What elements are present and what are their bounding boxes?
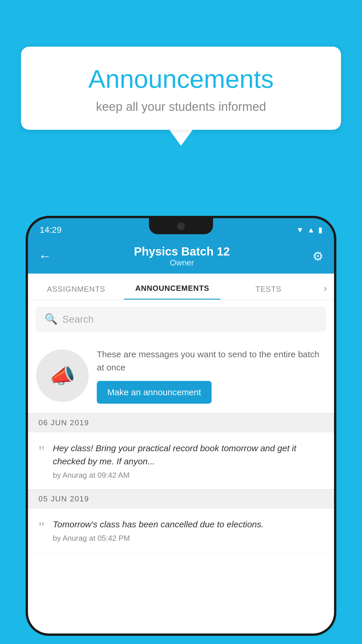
speech-bubble-subtitle: keep all your students informed — [44, 100, 318, 114]
date-separator-2: 05 JUN 2019 — [28, 489, 334, 508]
search-placeholder: Search — [62, 314, 94, 325]
megaphone-icon: 📣 — [49, 363, 75, 388]
signal-icon: ▲ — [307, 225, 315, 235]
date-separator-1: 06 JUN 2019 — [28, 413, 334, 432]
status-time: 14:29 — [40, 225, 61, 235]
speech-bubble-title: Announcements — [44, 64, 318, 94]
announcement-promo: 📣 These are messages you want to send to… — [28, 338, 334, 413]
announcement-text-2: Tomorrow's class has been cancelled due … — [53, 518, 263, 531]
announcement-item-2[interactable]: " Tomorrow's class has been cancelled du… — [28, 508, 334, 552]
header-subtitle: Owner — [134, 258, 230, 267]
announcement-content-2: Tomorrow's class has been cancelled due … — [53, 518, 263, 543]
search-bar[interactable]: 🔍 Search — [36, 307, 326, 331]
phone-notch — [149, 218, 213, 234]
make-announcement-button[interactable]: Make an announcement — [97, 381, 212, 404]
tab-tests[interactable]: TESTS — [220, 285, 317, 300]
tab-assignments[interactable]: ASSIGNMENTS — [28, 285, 124, 300]
settings-button[interactable]: ⚙ — [312, 249, 324, 263]
volume-up-button — [26, 288, 27, 309]
phone-frame: 14:29 ▼ ▲ ▮ ← Physics Batch 12 Owner ⚙ A… — [26, 216, 336, 636]
volume-buttons — [26, 288, 27, 341]
tab-announcements[interactable]: ANNOUNCEMENTS — [124, 284, 220, 300]
announcement-content-1: Hey class! Bring your practical record b… — [53, 442, 324, 480]
promo-right: These are messages you want to send to t… — [97, 348, 326, 404]
app-header: ← Physics Batch 12 Owner ⚙ — [28, 239, 334, 274]
phone-container: 14:29 ▼ ▲ ▮ ← Physics Batch 12 Owner ⚙ A… — [26, 216, 336, 644]
speech-bubble: Announcements keep all your students inf… — [21, 47, 341, 130]
announcement-text-1: Hey class! Bring your practical record b… — [53, 442, 324, 468]
tabs-container: ASSIGNMENTS ANNOUNCEMENTS TESTS › — [28, 274, 334, 300]
header-center: Physics Batch 12 Owner — [134, 245, 230, 267]
promo-text: These are messages you want to send to t… — [97, 348, 326, 374]
tab-more[interactable]: › — [317, 283, 334, 300]
status-icons: ▼ ▲ ▮ — [296, 225, 322, 235]
volume-down-button — [26, 314, 27, 335]
speech-bubble-container: Announcements keep all your students inf… — [21, 47, 341, 146]
quote-icon-2: " — [38, 520, 45, 535]
phone-camera — [177, 222, 185, 230]
search-icon: 🔍 — [45, 313, 58, 325]
phone-content: 🔍 Search 📣 These are messages you want t… — [28, 300, 334, 636]
announcement-item-1[interactable]: " Hey class! Bring your practical record… — [28, 432, 334, 489]
announcement-meta-1: by Anurag at 09:42 AM — [53, 471, 324, 480]
quote-icon-1: " — [38, 444, 45, 459]
promo-icon-circle: 📣 — [36, 349, 89, 402]
battery-icon: ▮ — [318, 225, 322, 235]
wifi-icon: ▼ — [296, 225, 304, 235]
header-title: Physics Batch 12 — [134, 245, 230, 258]
announcement-meta-2: by Anurag at 05:42 PM — [53, 534, 263, 543]
power-button — [335, 300, 336, 329]
speech-bubble-arrow — [169, 130, 193, 146]
back-button[interactable]: ← — [38, 249, 51, 263]
